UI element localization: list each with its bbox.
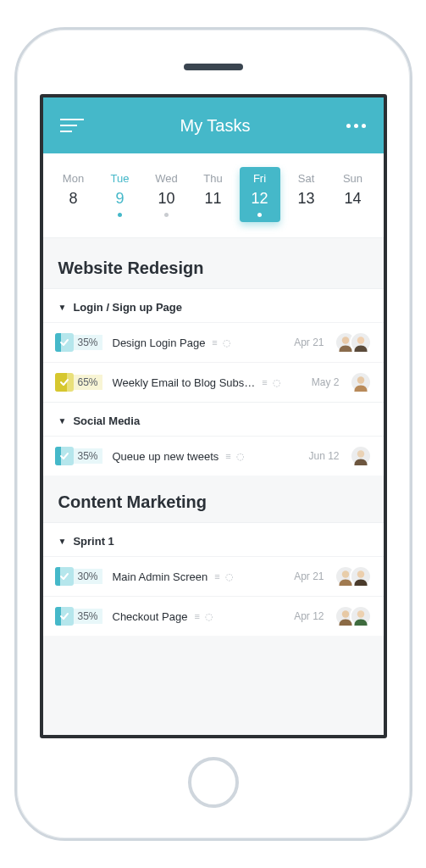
task-checkbox[interactable]: [55, 607, 74, 626]
calendar-day[interactable]: Tue9: [100, 167, 141, 222]
task-date: Jun 12: [304, 450, 340, 462]
task-checkbox[interactable]: [55, 373, 74, 392]
svg-point-15: [357, 610, 363, 617]
task-date: Apr 12: [289, 610, 324, 622]
page-title: My Tasks: [180, 116, 251, 136]
task-percent: 65%: [74, 375, 102, 390]
notes-icon: ≡: [262, 377, 267, 388]
task-assignees: [350, 371, 372, 393]
task-row[interactable]: 30%Main Admin Screen≡◌Apr 21: [43, 556, 384, 596]
task-date: Apr 21: [289, 337, 324, 348]
avatar[interactable]: [350, 371, 372, 393]
task-checkbox[interactable]: [55, 567, 74, 586]
day-number: 12: [251, 190, 268, 208]
task-name: Queue up new tweets≡◌: [113, 450, 294, 463]
day-number: 11: [204, 190, 221, 208]
day-number: 8: [69, 190, 77, 208]
day-indicator-dot: [304, 213, 308, 217]
notes-icon: ≡: [225, 451, 230, 462]
calendar-day[interactable]: Wed10: [147, 167, 187, 222]
svg-point-1: [341, 337, 348, 343]
chevron-down-icon: ▼: [58, 537, 67, 546]
day-label: Mon: [63, 172, 84, 185]
section-header[interactable]: ▼Sprint 1: [43, 522, 384, 556]
day-label: Wed: [155, 172, 178, 185]
task-progress: 35%: [55, 605, 102, 627]
section-header[interactable]: ▼Login / Sign up Page: [43, 288, 384, 322]
day-indicator-dot: [257, 213, 262, 217]
section-name: Social Media: [73, 415, 140, 427]
task-name: Main Admin Screen≡◌: [113, 570, 279, 583]
phone-frame: My Tasks Mon8Tue9Wed10Thu11Fri12Sat13Sun…: [14, 27, 412, 841]
comment-icon: ◌: [225, 571, 234, 582]
avatar[interactable]: [350, 605, 372, 627]
calendar-day[interactable]: Mon8: [53, 167, 94, 222]
phone-speaker: [184, 64, 243, 70]
app-screen: My Tasks Mon8Tue9Wed10Thu11Fri12Sat13Sun…: [40, 94, 387, 738]
day-indicator-dot: [118, 213, 122, 217]
notes-icon: ≡: [214, 571, 219, 582]
app-header: My Tasks: [43, 97, 384, 153]
project-title: Website Redesign: [43, 242, 384, 288]
notes-icon: ≡: [212, 337, 217, 348]
svg-point-9: [341, 570, 348, 577]
avatar[interactable]: [350, 565, 372, 587]
day-indicator-dot: [71, 213, 75, 217]
day-indicator-dot: [211, 213, 215, 217]
svg-point-5: [357, 376, 363, 383]
day-label: Sun: [343, 172, 362, 185]
content-scroll[interactable]: Website Redesign▼Login / Sign up Page35%…: [43, 238, 384, 735]
notes-icon: ≡: [194, 611, 199, 622]
calendar-day[interactable]: Fri12: [240, 167, 280, 222]
avatar[interactable]: [350, 331, 372, 353]
avatar[interactable]: [350, 445, 372, 467]
comment-icon: ◌: [273, 377, 281, 388]
task-name: Weekly Email to Blog Subs…≡◌: [113, 376, 294, 389]
task-progress: 35%: [55, 445, 102, 467]
task-progress: 30%: [55, 565, 102, 587]
day-number: 10: [158, 190, 174, 208]
task-percent: 35%: [74, 609, 102, 624]
day-indicator-dot: [164, 213, 169, 217]
day-number: 14: [344, 190, 361, 208]
home-button[interactable]: [188, 757, 239, 808]
task-row[interactable]: 35%Checkout Page≡◌Apr 12: [43, 596, 384, 636]
comment-icon: ◌: [236, 451, 245, 462]
day-label: Sat: [298, 172, 315, 185]
task-row[interactable]: 35%Design Login Page≡◌Apr 21: [43, 322, 384, 362]
task-assignees: [350, 445, 372, 467]
project-title: Content Marketing: [43, 476, 384, 522]
more-icon[interactable]: [346, 124, 366, 128]
task-percent: 35%: [74, 448, 102, 464]
day-label: Tue: [111, 172, 130, 185]
task-assignees: [335, 565, 372, 587]
section-name: Sprint 1: [73, 535, 113, 548]
task-progress: 65%: [55, 371, 102, 393]
task-row[interactable]: 65%Weekly Email to Blog Subs…≡◌May 2: [43, 362, 384, 402]
task-name: Checkout Page≡◌: [113, 610, 279, 623]
task-progress: 35%: [55, 331, 102, 353]
calendar-day[interactable]: Sat13: [286, 167, 327, 222]
chevron-down-icon: ▼: [58, 416, 67, 426]
task-date: Apr 21: [289, 570, 324, 582]
task-checkbox[interactable]: [55, 447, 74, 465]
day-indicator-dot: [351, 213, 355, 217]
task-name: Design Login Page≡◌: [113, 337, 279, 349]
svg-point-11: [357, 570, 363, 577]
calendar-day[interactable]: Sun14: [333, 167, 373, 222]
svg-point-7: [357, 450, 363, 457]
svg-point-3: [357, 337, 363, 343]
task-date: May 2: [304, 376, 340, 388]
calendar-day[interactable]: Thu11: [193, 167, 234, 222]
comment-icon: ◌: [223, 337, 231, 348]
section-header[interactable]: ▼Social Media: [43, 402, 384, 436]
task-assignees: [335, 331, 372, 353]
task-assignees: [335, 605, 372, 627]
menu-icon[interactable]: [60, 114, 84, 136]
task-row[interactable]: 35%Queue up new tweets≡◌Jun 12: [43, 436, 384, 476]
day-number: 9: [115, 190, 124, 208]
task-percent: 35%: [74, 335, 102, 350]
task-checkbox[interactable]: [55, 333, 74, 352]
day-label: Fri: [253, 172, 266, 185]
day-label: Thu: [203, 172, 222, 185]
